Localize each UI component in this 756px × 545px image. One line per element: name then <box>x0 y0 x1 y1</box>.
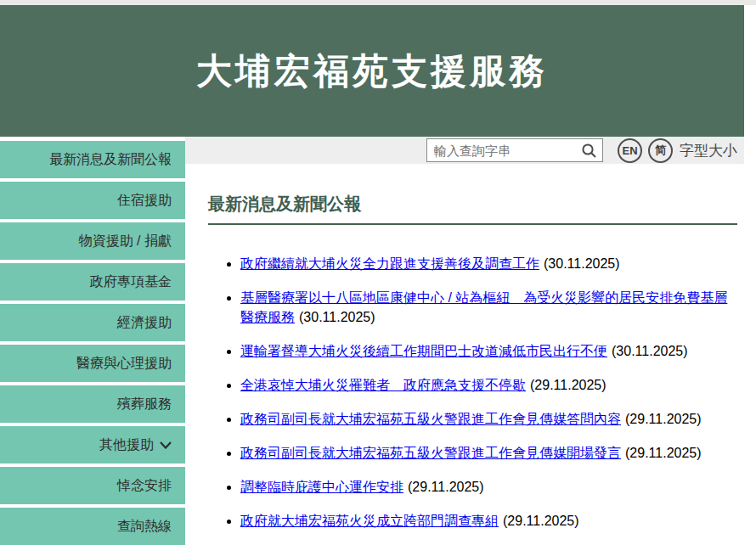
news-date: (30.11.2025) <box>299 310 375 324</box>
sidebar-item-financial-support[interactable]: 經濟援助 <box>0 304 185 341</box>
sidebar-item-government-fund[interactable]: 政府專項基金 <box>0 263 185 301</box>
news-item: 政務司副司長就大埔宏福苑五級火警跟進工作會見傳媒開場發言(29.11.2025) <box>240 443 737 463</box>
right-column: EN 简 字型大小 最新消息及新聞公報 政府繼續就大埔火災全力跟進支援善後及調查… <box>185 137 744 545</box>
utility-topbar: EN 简 字型大小 <box>185 137 744 164</box>
news-item: 全港哀悼大埔火災罹難者 政府應急支援不停歇(29.11.2025) <box>240 375 737 395</box>
page-title: 大埔宏福苑支援服務 <box>196 48 548 95</box>
sidebar-item-label: 殯葬服務 <box>117 396 172 413</box>
news-date: (29.11.2025) <box>625 446 702 460</box>
main-row: 最新消息及新聞公報 住宿援助 物資援助 / 捐獻 政府專項基金 經濟援助 醫療與… <box>0 137 756 545</box>
sidebar-item-funeral-services[interactable]: 殯葬服務 <box>0 385 185 423</box>
sidebar-item-label: 住宿援助 <box>117 192 172 210</box>
news-item: 政務司副司長就大埔宏福苑五級火警跟進工作會見傳媒答問內容(29.11.2025) <box>240 409 737 429</box>
news-date: (29.11.2025) <box>530 378 606 392</box>
news-link[interactable]: 政務司副司長就大埔宏福苑五級火警跟進工作會見傳媒開場發言 <box>240 446 621 460</box>
sidebar-item-accommodation-support[interactable]: 住宿援助 <box>0 182 185 219</box>
sidebar-nav: 最新消息及新聞公報 住宿援助 物資援助 / 捐獻 政府專項基金 經濟援助 醫療與… <box>0 137 185 545</box>
news-link[interactable]: 調整臨時庇護中心運作安排 <box>240 480 403 494</box>
sidebar-item-label: 最新消息及新聞公報 <box>49 151 172 169</box>
news-date: (29.11.2025) <box>503 514 579 528</box>
news-item: 基層醫療署以十八區地區康健中心 / 站為樞紐 為受火災影響的居民安排免費基層醫療… <box>240 288 737 327</box>
language-controls: EN 简 <box>618 138 673 163</box>
sidebar-item-other-support[interactable]: 其他援助 <box>0 426 185 464</box>
sidebar-item-latest-news[interactable]: 最新消息及新聞公報 <box>0 141 185 178</box>
sidebar-item-label: 其他援助 <box>99 436 154 454</box>
sidebar-item-label: 醫療與心理援助 <box>76 355 172 373</box>
news-item: 政府就大埔宏福苑火災成立跨部門調查專組(29.11.2025) <box>240 511 737 531</box>
sidebar-item-medical-psychological-support[interactable]: 醫療與心理援助 <box>0 345 185 382</box>
sidebar-item-label: 經濟援助 <box>117 314 172 332</box>
sidebar-item-enquiry-hotlines[interactable]: 查詢熱線 <box>0 508 185 545</box>
news-link[interactable]: 政務司副司長就大埔宏福苑五級火警跟進工作會見傳媒答問內容 <box>240 412 621 426</box>
section-heading: 最新消息及新聞公報 <box>208 193 737 225</box>
language-simplified-chinese-button[interactable]: 简 <box>648 138 673 163</box>
font-size-control[interactable]: 字型大小 <box>680 141 737 160</box>
news-item: 調整臨時庇護中心運作安排(29.11.2025) <box>240 477 737 497</box>
language-english-button[interactable]: EN <box>618 138 642 163</box>
news-date: (30.11.2025) <box>544 256 620 271</box>
news-link[interactable]: 政府就大埔宏福苑火災成立跨部門調查專組 <box>240 514 499 528</box>
sidebar-item-label: 查詢熱線 <box>117 518 172 536</box>
content-area: 最新消息及新聞公報 政府繼續就大埔火災全力跟進支援善後及調查工作(30.11.2… <box>185 164 744 545</box>
news-item: 政府繼續就大埔火災全力跟進支援善後及調查工作(30.11.2025) <box>240 254 737 273</box>
news-date: (29.11.2025) <box>625 412 702 426</box>
sidebar-item-condolence-arrangements[interactable]: 悼念安排 <box>0 467 185 504</box>
news-link[interactable]: 運輸署督導大埔火災後續工作期間巴士改道減低市民出行不便 <box>240 344 607 358</box>
sidebar-item-label: 物資援助 / 捐獻 <box>79 233 172 250</box>
search-icon[interactable] <box>581 143 597 159</box>
news-item: 運輸署督導大埔火災後續工作期間巴士改道減低市民出行不便(30.11.2025) <box>240 341 737 361</box>
news-date: (30.11.2025) <box>612 344 688 358</box>
search-input[interactable] <box>434 143 581 158</box>
news-date: (29.11.2025) <box>408 480 484 494</box>
sidebar-item-supplies-donation[interactable]: 物資援助 / 捐獻 <box>0 222 185 260</box>
news-link[interactable]: 全港哀悼大埔火災罹難者 政府應急支援不停歇 <box>240 378 526 392</box>
chevron-down-icon <box>160 441 172 449</box>
news-list: 政府繼續就大埔火災全力跟進支援善後及調查工作(30.11.2025) 基層醫療署… <box>208 254 737 531</box>
page-header: 大埔宏福苑支援服務 <box>0 5 744 137</box>
sidebar-item-label: 政府專項基金 <box>90 273 172 291</box>
search-box <box>426 138 603 162</box>
news-link[interactable]: 政府繼續就大埔火災全力跟進支援善後及調查工作 <box>240 256 539 271</box>
sidebar-item-label: 悼念安排 <box>117 477 172 495</box>
